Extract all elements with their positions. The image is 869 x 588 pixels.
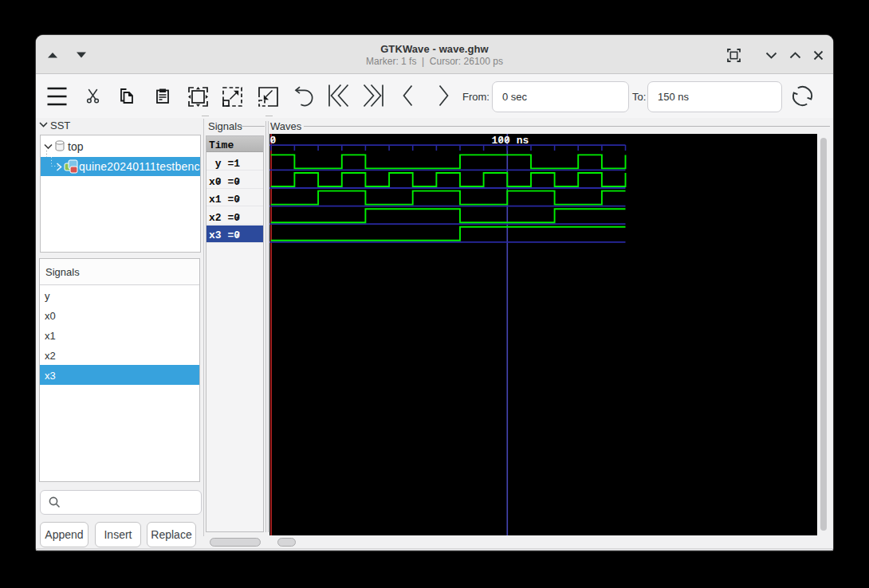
svg-text:100 ns: 100 ns	[492, 135, 529, 147]
svg-text:0: 0	[270, 135, 277, 147]
